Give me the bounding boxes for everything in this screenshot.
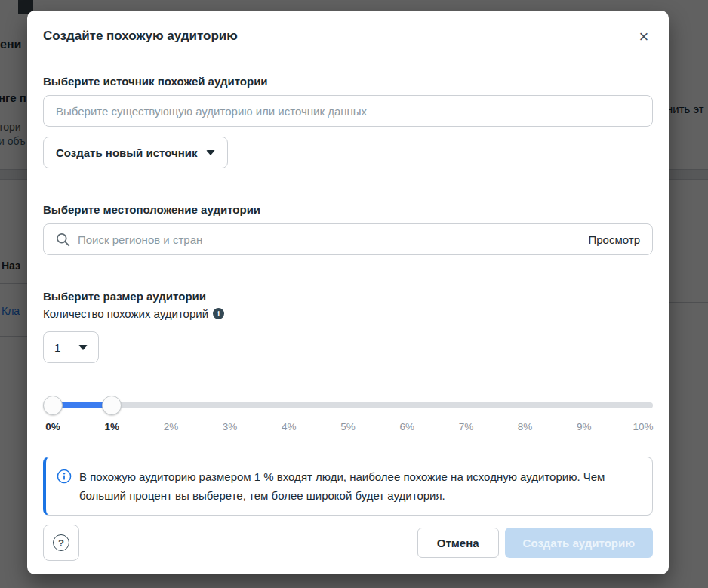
- dialog-title: Создайте похожую аудиторию: [43, 28, 238, 45]
- create-new-source-label: Создать новый источник: [56, 146, 198, 159]
- tick-label: 6%: [399, 421, 414, 433]
- chevron-down-icon: [78, 345, 88, 350]
- cancel-button[interactable]: Отмена: [417, 528, 499, 558]
- dialog-footer: ? Отмена Создать аудиторию: [43, 525, 653, 561]
- slider-handle-max[interactable]: [102, 396, 122, 415]
- audience-count-label: Количество похожих аудиторий: [43, 307, 208, 320]
- size-info-callout: В похожую аудиторию размером 1 % входят …: [43, 457, 653, 516]
- tick-label: 2%: [164, 421, 179, 433]
- dialog-header: Создайте похожую аудиторию ×: [27, 11, 669, 48]
- tick-label: 10%: [633, 421, 653, 433]
- tick-label: 7%: [459, 421, 474, 433]
- audience-size-slider: [43, 396, 653, 415]
- tick-label: 4%: [282, 421, 297, 433]
- create-audience-button[interactable]: Создать аудиторию: [505, 528, 653, 558]
- slider-track[interactable]: [43, 402, 653, 408]
- create-lookalike-audience-dialog: Создайте похожую аудиторию × Выберите ис…: [27, 11, 669, 574]
- close-icon[interactable]: ×: [633, 26, 654, 48]
- location-search-wrap: Просмотр: [43, 223, 653, 255]
- source-section-heading: Выберите источник похожей аудитории: [43, 74, 653, 88]
- size-section-heading: Выберите размер аудитории: [43, 289, 653, 303]
- chevron-down-icon: [206, 150, 215, 155]
- size-info-text: В похожую аудиторию размером 1 % входят …: [79, 467, 630, 505]
- footer-actions: Отмена Создать аудиторию: [417, 528, 653, 558]
- info-icon[interactable]: i: [213, 308, 224, 319]
- tick-label: 3%: [223, 421, 238, 433]
- audience-count-value: 1: [54, 341, 60, 354]
- source-input-wrap: [43, 95, 653, 127]
- audience-count-label-row: Количество похожих аудиторий i: [43, 307, 653, 320]
- tick-label: 1%: [104, 421, 119, 433]
- location-search-input[interactable]: [78, 233, 588, 246]
- tick-label: 8%: [518, 421, 533, 433]
- audience-count-select[interactable]: 1: [43, 331, 99, 363]
- create-new-source-button[interactable]: Создать новый источник: [43, 137, 228, 168]
- slider-handle-min[interactable]: [43, 396, 63, 415]
- tick-label: 5%: [340, 421, 356, 433]
- tick-label: 0%: [45, 421, 60, 433]
- screen: кени нге п тори и объ Наз Кла нить эт Со…: [0, 0, 708, 588]
- location-section-heading: Выберите местоположение аудитории: [43, 202, 653, 217]
- source-input[interactable]: [56, 105, 640, 118]
- question-icon: ?: [53, 534, 69, 551]
- browse-button[interactable]: Просмотр: [588, 233, 640, 246]
- dialog-body: Выберите источник похожей аудитории Созд…: [27, 74, 669, 516]
- info-icon: [57, 469, 72, 484]
- slider-tick-labels: 0% 1% 2% 3% 4% 5% 6% 7% 8% 9% 10%: [43, 421, 653, 434]
- search-icon: [56, 232, 70, 247]
- help-button[interactable]: ?: [43, 525, 79, 561]
- tick-label: 9%: [577, 421, 592, 433]
